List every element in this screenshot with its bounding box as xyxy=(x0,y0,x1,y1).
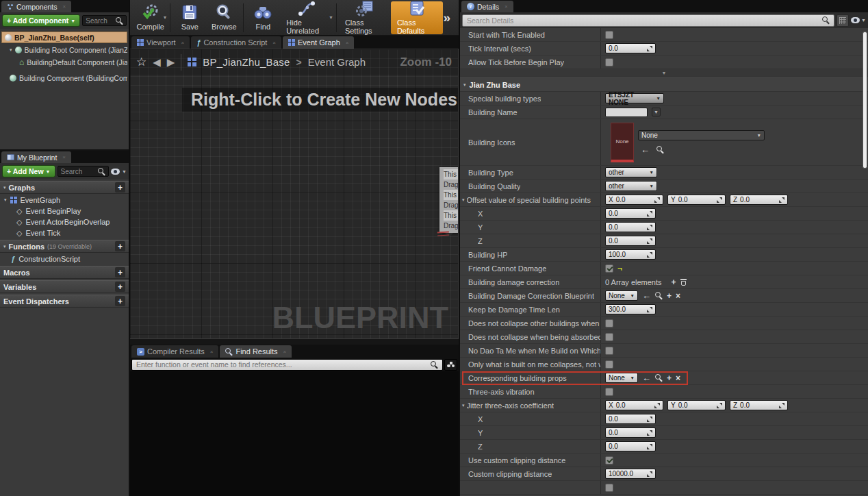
expander-icon[interactable]: ▾ xyxy=(3,244,6,249)
details-view-options[interactable]: ▼ xyxy=(851,17,867,23)
add-event-dispatchers-button[interactable]: + xyxy=(115,296,125,306)
blueprint-section-macros[interactable]: Macros+ xyxy=(0,266,129,279)
tab-close-icon[interactable]: × xyxy=(283,349,287,355)
tab-close-icon[interactable]: × xyxy=(181,40,185,46)
tab-details[interactable]: i Details × xyxy=(461,1,513,12)
details-search-field[interactable] xyxy=(462,14,834,27)
tab-close-icon[interactable]: × xyxy=(272,40,276,46)
building-name-input[interactable] xyxy=(605,108,648,117)
enum-dropdown[interactable]: other▼ xyxy=(605,181,657,191)
checkbox[interactable] xyxy=(605,360,613,369)
number-input[interactable]: 100.0 xyxy=(605,249,656,260)
reset-to-default-icon[interactable]: ¬ xyxy=(617,264,622,273)
checkbox[interactable] xyxy=(605,388,613,396)
number-input[interactable]: 0.0 xyxy=(605,208,656,219)
checkbox[interactable] xyxy=(605,347,613,355)
toolbar-button-compile[interactable]: Compile▼ xyxy=(133,1,168,34)
add-macros-button[interactable]: + xyxy=(115,267,125,277)
blueprint-item-constructionscript[interactable]: ƒConstructionScript xyxy=(0,253,129,264)
number-input[interactable]: 0.0 xyxy=(605,222,656,232)
blueprint-section-graphs[interactable]: ▾Graphs+ xyxy=(0,181,129,194)
tab-close-icon[interactable]: × xyxy=(346,40,349,46)
my-blueprint-search-input[interactable] xyxy=(61,168,97,175)
blueprint-item-eventgraph[interactable]: ▾EventGraph xyxy=(0,194,129,206)
find-in-blueprints-button[interactable] xyxy=(444,359,457,371)
breadcrumb-root[interactable]: BP_JianZhu_Base xyxy=(203,56,290,68)
blueprint-section-variables[interactable]: Variables+ xyxy=(0,280,129,293)
number-input[interactable]: 0.0 xyxy=(605,414,656,424)
tab-close-icon[interactable]: × xyxy=(210,349,214,355)
blueprint-item-event-tick[interactable]: ◇Event Tick xyxy=(0,227,129,238)
vector-component-input[interactable]: Y0.0 xyxy=(667,195,726,205)
number-input[interactable]: 0.0 xyxy=(605,427,656,438)
toolbar-button-hide-unrelated[interactable]: Hide Unrelated▼ xyxy=(280,1,334,34)
number-input[interactable]: 0.0 xyxy=(605,441,656,451)
blueprint-item-event-beginplay[interactable]: ◇Event BeginPlay xyxy=(0,206,129,216)
components-search[interactable] xyxy=(82,15,127,26)
event-graph-canvas[interactable]: ☆ ◀ ▶ BP_JianZhu_Base > Event Graph Zoom… xyxy=(130,49,459,339)
building-icons-dropdown[interactable]: None▼ xyxy=(638,130,765,140)
vector-component-input[interactable]: X0.0 xyxy=(605,195,663,205)
browse-asset-icon[interactable] xyxy=(656,145,664,155)
checkbox[interactable] xyxy=(605,58,613,66)
checkbox[interactable] xyxy=(605,31,613,39)
add-variables-button[interactable]: + xyxy=(115,282,125,292)
add-icon[interactable]: + xyxy=(667,373,672,383)
chevron-down-icon[interactable]: ▼ xyxy=(329,15,333,20)
delete-elements-icon[interactable] xyxy=(680,279,687,286)
blueprint-item-event-actorbeginoverlap[interactable]: ◇Event ActorBeginOverlap xyxy=(0,216,129,227)
enum-dropdown[interactable]: ETSJZT NONE▼ xyxy=(605,93,664,103)
use-selected-asset-icon[interactable]: ← xyxy=(642,373,651,383)
tab-close-icon[interactable]: × xyxy=(505,3,508,10)
navigate-back-icon[interactable]: ◀ xyxy=(153,56,161,69)
property-matrix-button[interactable] xyxy=(837,14,849,27)
number-input[interactable]: 300.0 xyxy=(605,304,656,314)
toolbar-button-class-settings[interactable]: Class Settings xyxy=(339,1,391,34)
add-functions-button[interactable]: + xyxy=(115,241,125,251)
components-search-input[interactable] xyxy=(86,17,114,25)
checkbox[interactable] xyxy=(605,484,613,492)
chevron-down-icon[interactable]: ▼ xyxy=(122,169,127,174)
use-selected-asset-icon[interactable]: ← xyxy=(642,290,651,301)
expander-icon[interactable]: ▾ xyxy=(462,403,465,408)
add-component-button[interactable]: + Add Component ▼ xyxy=(2,14,80,27)
details-section-header-jian-zhu-base[interactable]: ▾Jian Zhu Base xyxy=(460,77,868,92)
tab-components[interactable]: Components × xyxy=(1,1,71,12)
tab-close-icon[interactable]: × xyxy=(63,3,66,10)
blueprint-section-event-dispatchers[interactable]: Event Dispatchers+ xyxy=(0,295,129,308)
asset-dropdown[interactable]: None▼ xyxy=(605,373,638,383)
my-blueprint-search[interactable] xyxy=(58,166,110,177)
favorite-star-icon[interactable]: ☆ xyxy=(136,55,146,69)
browse-asset-icon[interactable] xyxy=(655,374,663,382)
tab-construction-script[interactable]: ƒConstruction Script× xyxy=(191,36,281,49)
checkbox[interactable] xyxy=(605,333,613,341)
vector-component-input[interactable]: Z0.0 xyxy=(730,400,788,410)
number-input[interactable]: 10000.0 xyxy=(605,469,656,479)
toolbar-button-find[interactable]: Find xyxy=(246,1,280,34)
find-references-input[interactable] xyxy=(136,360,431,369)
details-scrollbar[interactable] xyxy=(863,32,867,169)
expander-icon[interactable]: ▾ xyxy=(10,47,12,53)
clear-icon[interactable]: × xyxy=(676,291,680,301)
tab-compiler-results[interactable]: >Compiler Results× xyxy=(131,345,218,358)
asset-dropdown[interactable]: None▼ xyxy=(605,290,638,301)
toolbar-button-save[interactable]: Save xyxy=(173,1,207,34)
component-tree-item-buildingdefault-component-jianzhu[interactable]: ⌂BuildingDefault Component (JianZhu xyxy=(1,56,127,68)
number-input[interactable]: 0.0 xyxy=(605,236,656,246)
chevron-down-icon[interactable]: ▼ xyxy=(162,15,167,20)
number-input[interactable]: 0.0 xyxy=(605,43,656,53)
tab-viewport[interactable]: Viewport× xyxy=(131,36,190,49)
name-dropdown-button[interactable]: ▼ xyxy=(652,108,661,116)
add-element-icon[interactable]: + xyxy=(672,277,676,287)
checkbox[interactable] xyxy=(605,264,613,273)
building-icon-thumbnail[interactable]: None xyxy=(611,123,634,162)
add-graphs-button[interactable]: + xyxy=(115,182,125,193)
vector-component-input[interactable]: Z0.0 xyxy=(730,195,788,205)
find-references-field[interactable] xyxy=(131,359,443,371)
add-new-button[interactable]: + Add New ▼ xyxy=(2,165,55,177)
breadcrumb-current[interactable]: Event Graph xyxy=(308,56,366,68)
vector-component-input[interactable]: X0.0 xyxy=(605,400,663,410)
tab-event-graph[interactable]: Event Graph× xyxy=(283,36,354,49)
expander-icon[interactable]: ▾ xyxy=(3,185,6,190)
vector-component-input[interactable]: Y0.0 xyxy=(667,400,726,410)
